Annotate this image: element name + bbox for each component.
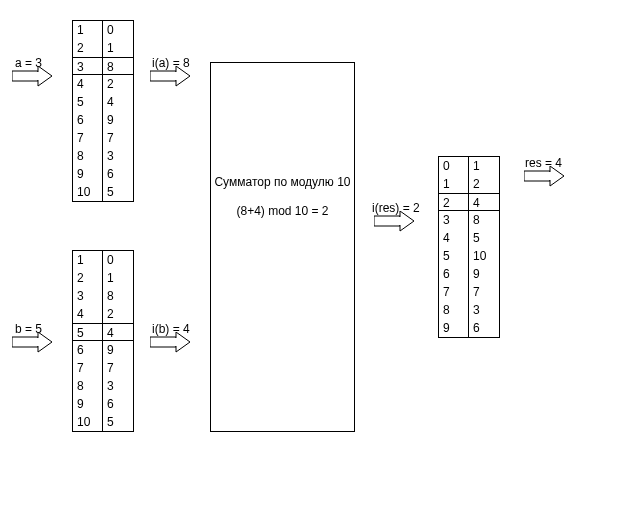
cell-value: 7 <box>103 129 133 147</box>
arrow-a-in <box>12 66 54 88</box>
table-row: 96 <box>73 395 133 413</box>
cell-index: 4 <box>73 305 103 323</box>
arrow-ia-out <box>150 66 192 88</box>
cell-value: 3 <box>103 147 133 165</box>
table-row: 83 <box>439 301 499 319</box>
lookup-table-a: 102138425469778396105 <box>72 20 134 202</box>
cell-index: 3 <box>73 58 103 74</box>
table-row: 38 <box>73 287 133 305</box>
table-row: 45 <box>439 229 499 247</box>
table-row: 105 <box>73 183 133 201</box>
cell-index: 1 <box>439 175 469 193</box>
table-row: 510 <box>439 247 499 265</box>
cell-value: 5 <box>469 229 499 247</box>
cell-index: 3 <box>439 211 469 229</box>
table-row: 12 <box>439 175 499 193</box>
table-row: 42 <box>73 75 133 93</box>
cell-index: 9 <box>73 165 103 183</box>
table-row: 69 <box>73 111 133 129</box>
cell-index: 8 <box>73 147 103 165</box>
summator-box: Сумматор по модулю 10 (8+4) mod 10 = 2 <box>210 62 355 432</box>
lookup-table-b: 102138425469778396105 <box>72 250 134 432</box>
cell-value: 1 <box>103 269 133 287</box>
cell-index: 4 <box>73 75 103 93</box>
cell-index: 5 <box>73 93 103 111</box>
cell-index: 3 <box>73 287 103 305</box>
cell-value: 8 <box>469 211 499 229</box>
table-row: 10 <box>73 251 133 269</box>
cell-index: 6 <box>73 341 103 359</box>
cell-index: 10 <box>73 183 103 201</box>
cell-value: 3 <box>103 377 133 395</box>
cell-value: 6 <box>469 319 499 337</box>
arrow-res-out <box>524 166 566 188</box>
table-row: 77 <box>73 359 133 377</box>
table-row: 54 <box>73 93 133 111</box>
cell-value: 6 <box>103 165 133 183</box>
cell-value: 3 <box>469 301 499 319</box>
cell-value: 2 <box>469 175 499 193</box>
cell-index: 2 <box>73 269 103 287</box>
cell-index: 9 <box>73 395 103 413</box>
cell-value: 4 <box>103 324 133 340</box>
cell-value: 0 <box>103 251 133 269</box>
cell-index: 8 <box>439 301 469 319</box>
cell-value: 2 <box>103 305 133 323</box>
cell-value: 1 <box>469 157 499 175</box>
cell-value: 4 <box>469 194 499 210</box>
cell-value: 2 <box>103 75 133 93</box>
cell-index: 7 <box>73 359 103 377</box>
table-row: 69 <box>73 341 133 359</box>
cell-index: 6 <box>73 111 103 129</box>
arrow-ib-out <box>150 332 192 354</box>
lookup-table-res: 011224384551069778396 <box>438 156 500 338</box>
table-row: 96 <box>73 165 133 183</box>
table-row: 38 <box>73 57 133 75</box>
table-row: 77 <box>73 129 133 147</box>
cell-index: 9 <box>439 319 469 337</box>
table-row: 38 <box>439 211 499 229</box>
summator-expr: (8+4) mod 10 = 2 <box>211 202 354 221</box>
table-row: 83 <box>73 377 133 395</box>
cell-value: 0 <box>103 21 133 39</box>
cell-value: 5 <box>103 183 133 201</box>
table-row: 24 <box>439 193 499 211</box>
cell-index: 10 <box>73 413 103 431</box>
cell-index: 6 <box>439 265 469 283</box>
summator-title: Сумматор по модулю 10 <box>211 173 354 192</box>
table-row: 10 <box>73 21 133 39</box>
cell-value: 1 <box>103 39 133 57</box>
cell-index: 5 <box>439 247 469 265</box>
cell-index: 5 <box>73 324 103 340</box>
table-row: 96 <box>439 319 499 337</box>
table-row: 83 <box>73 147 133 165</box>
cell-value: 9 <box>103 341 133 359</box>
cell-value: 8 <box>103 58 133 74</box>
cell-value: 9 <box>469 265 499 283</box>
table-row: 54 <box>73 323 133 341</box>
cell-index: 2 <box>439 194 469 210</box>
arrow-b-in <box>12 332 54 354</box>
cell-index: 2 <box>73 39 103 57</box>
cell-value: 6 <box>103 395 133 413</box>
cell-value: 4 <box>103 93 133 111</box>
cell-index: 7 <box>73 129 103 147</box>
cell-value: 9 <box>103 111 133 129</box>
table-row: 42 <box>73 305 133 323</box>
cell-value: 7 <box>469 283 499 301</box>
cell-index: 4 <box>439 229 469 247</box>
cell-value: 5 <box>103 413 133 431</box>
cell-value: 7 <box>103 359 133 377</box>
table-row: 01 <box>439 157 499 175</box>
cell-index: 1 <box>73 21 103 39</box>
arrow-ires-out <box>374 211 416 233</box>
cell-index: 8 <box>73 377 103 395</box>
cell-value: 8 <box>103 287 133 305</box>
table-row: 77 <box>439 283 499 301</box>
table-row: 21 <box>73 39 133 57</box>
table-row: 21 <box>73 269 133 287</box>
cell-index: 0 <box>439 157 469 175</box>
cell-index: 7 <box>439 283 469 301</box>
table-row: 105 <box>73 413 133 431</box>
cell-index: 1 <box>73 251 103 269</box>
